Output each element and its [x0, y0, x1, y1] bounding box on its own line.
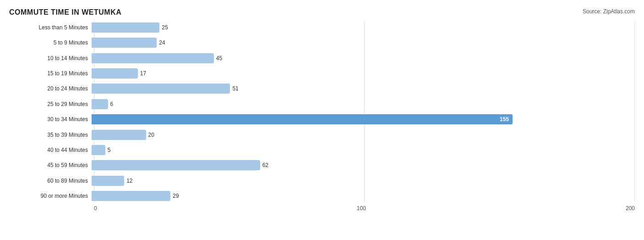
bar-track: 25	[92, 22, 635, 33]
chart-body: Less than 5 Minutes255 to 9 Minutes2410 …	[9, 21, 635, 212]
bar-value: 51	[232, 85, 244, 92]
bar-row: 45 to 59 Minutes62	[9, 159, 635, 172]
bar-track: 20	[92, 130, 635, 140]
bar-value: 20	[148, 132, 160, 138]
bar-fill-normal: 20	[92, 130, 146, 140]
bar-value: 12	[126, 178, 138, 184]
bar-track: 24	[92, 38, 635, 48]
bar-value: 5	[108, 147, 119, 153]
bar-row: 5 to 9 Minutes24	[9, 36, 635, 49]
bar-label: 45 to 59 Minutes	[9, 162, 92, 168]
bar-fill-normal: 51	[92, 84, 230, 94]
bar-track: 29	[92, 191, 635, 201]
bar-track: 51	[92, 84, 635, 94]
bar-label: 60 to 89 Minutes	[9, 178, 92, 184]
bar-value: 24	[159, 39, 170, 46]
bar-label: 25 to 29 Minutes	[9, 101, 92, 107]
bar-row: 40 to 44 Minutes5	[9, 144, 635, 156]
bar-fill-normal: 17	[92, 68, 138, 78]
bar-track: 12	[92, 176, 635, 186]
bar-label: 90 or more Minutes	[9, 193, 92, 199]
bar-track: 62	[92, 160, 635, 170]
bar-row: 10 to 14 Minutes45	[9, 52, 635, 65]
bar-value: 155	[500, 116, 509, 123]
chart-title: COMMUTE TIME IN WETUMKA	[9, 8, 121, 17]
bar-value: 29	[173, 193, 184, 199]
bar-row: 25 to 29 Minutes6	[9, 98, 635, 111]
bar-fill-normal: 62	[92, 160, 260, 170]
bar-label: 30 to 34 Minutes	[9, 116, 92, 123]
bar-row: 15 to 19 Minutes17	[9, 67, 635, 80]
bar-label: 20 to 24 Minutes	[9, 85, 92, 92]
bar-track: 17	[92, 68, 635, 78]
bar-label: Less than 5 Minutes	[9, 24, 92, 31]
bar-row: Less than 5 Minutes25	[9, 21, 635, 34]
bar-fill-normal: 6	[92, 99, 108, 109]
bar-fill-normal: 12	[92, 176, 124, 186]
bar-value: 6	[110, 101, 122, 107]
bar-value: 45	[216, 55, 228, 61]
bar-row: 60 to 89 Minutes12	[9, 174, 635, 187]
x-axis-label: 0	[94, 205, 97, 212]
bar-value: 17	[140, 70, 152, 77]
bar-fill-normal: 5	[92, 145, 105, 155]
bar-value: 25	[162, 24, 173, 31]
bar-row: 90 or more Minutes29	[9, 190, 635, 202]
bar-label: 35 to 39 Minutes	[9, 132, 92, 138]
bars-area: Less than 5 Minutes255 to 9 Minutes2410 …	[9, 21, 635, 202]
x-axis-label: 200	[626, 205, 635, 212]
bar-track: 6	[92, 99, 635, 109]
bar-track: 155	[92, 114, 635, 124]
bar-track: 5	[92, 145, 635, 155]
chart-header: COMMUTE TIME IN WETUMKA Source: ZipAtlas…	[9, 8, 635, 17]
bar-label: 40 to 44 Minutes	[9, 147, 92, 153]
bar-fill-normal: 25	[92, 22, 159, 33]
bar-fill-normal: 29	[92, 191, 170, 201]
bar-track: 45	[92, 53, 635, 63]
bar-label: 10 to 14 Minutes	[9, 55, 92, 61]
chart-source: Source: ZipAtlas.com	[583, 8, 635, 15]
bar-fill-normal: 24	[92, 38, 157, 48]
bar-row: 35 to 39 Minutes20	[9, 128, 635, 141]
bar-fill-normal: 45	[92, 53, 214, 63]
bar-label: 5 to 9 Minutes	[9, 39, 92, 46]
bar-row: 20 to 24 Minutes51	[9, 82, 635, 95]
bar-row: 30 to 34 Minutes155	[9, 113, 635, 126]
x-axis-label: 100	[357, 205, 366, 212]
chart-container: COMMUTE TIME IN WETUMKA Source: ZipAtlas…	[0, 0, 644, 240]
x-axis: 0100200	[94, 205, 635, 212]
bar-fill-highlight: 155	[92, 114, 513, 124]
bar-value: 62	[262, 162, 274, 168]
bar-label: 15 to 19 Minutes	[9, 70, 92, 77]
